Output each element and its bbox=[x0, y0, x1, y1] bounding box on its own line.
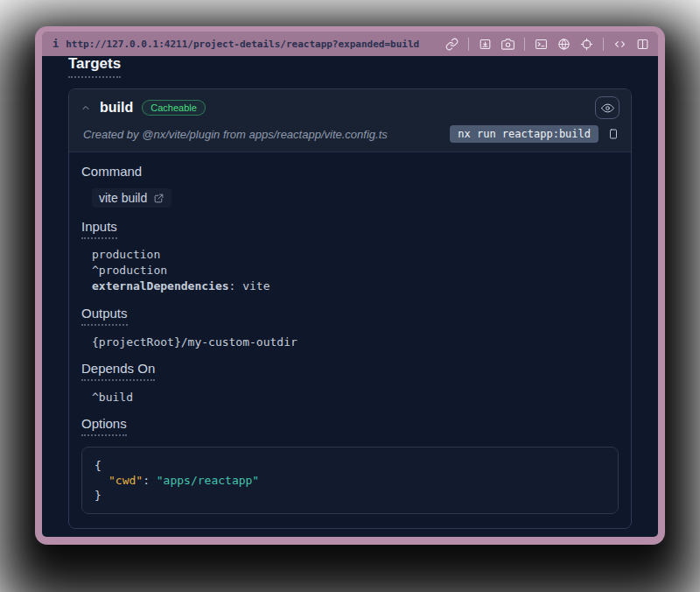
save-page-icon[interactable] bbox=[479, 38, 492, 51]
build-card-body: Command vite build Inputs production ^pr… bbox=[69, 152, 631, 528]
output-item: {projectRoot}/my-custom-outdir bbox=[92, 335, 619, 349]
input-item-external-deps: externalDependencies: vite bbox=[92, 278, 619, 294]
browser-window: i http://127.0.0.1:4211/project-details/… bbox=[35, 26, 665, 545]
options-json-block: { "cwd": "apps/reactapp" } bbox=[81, 447, 619, 514]
external-link-icon bbox=[153, 193, 164, 204]
copy-link-icon[interactable] bbox=[445, 38, 458, 51]
created-by-text: Created by @nx/vite/plugin from apps/rea… bbox=[83, 128, 441, 141]
split-view-icon[interactable] bbox=[636, 38, 649, 51]
view-source-icon[interactable] bbox=[613, 38, 626, 51]
terminal-icon[interactable] bbox=[535, 38, 548, 51]
options-section-label[interactable]: Options bbox=[81, 417, 127, 436]
json-line: { bbox=[94, 458, 606, 473]
toolbar-actions bbox=[445, 38, 649, 51]
command-value[interactable]: vite build bbox=[92, 188, 172, 208]
run-command-chip: nx run reactapp:build bbox=[450, 125, 598, 143]
toolbar-separator bbox=[468, 38, 469, 51]
toolbar-separator bbox=[603, 38, 604, 51]
screenshot-icon[interactable] bbox=[501, 38, 514, 51]
depends-on-section-label[interactable]: Depends On bbox=[81, 362, 155, 381]
build-created-row: Created by @nx/vite/plugin from apps/rea… bbox=[69, 121, 631, 152]
input-item: production bbox=[92, 247, 619, 263]
address-bar[interactable]: http://127.0.0.1:4211/project-details/re… bbox=[66, 39, 438, 50]
json-line: } bbox=[94, 488, 606, 503]
eye-icon bbox=[601, 102, 614, 115]
inspect-target-icon[interactable] bbox=[580, 38, 593, 51]
copy-icon[interactable] bbox=[607, 127, 620, 141]
info-icon[interactable]: i bbox=[52, 38, 59, 50]
input-item: ^production bbox=[92, 263, 619, 278]
page-title: Targets bbox=[68, 56, 121, 78]
depends-on-item: ^build bbox=[92, 390, 619, 405]
inputs-list: production ^production externalDependenc… bbox=[92, 247, 619, 294]
target-card-build: build Cacheable Created by @nx/vite/plug… bbox=[68, 88, 632, 529]
chevron-up-icon[interactable] bbox=[80, 102, 91, 113]
json-value: "apps/reactapp" bbox=[157, 474, 259, 487]
json-key: "cwd" bbox=[108, 474, 143, 487]
target-name-build: build bbox=[100, 100, 133, 116]
toolbar-separator bbox=[524, 38, 525, 51]
input-kv-key: externalDependencies bbox=[92, 279, 229, 292]
project-details-page: Targets build Cacheable bbox=[42, 56, 658, 537]
input-kv-value: : vite bbox=[229, 279, 270, 292]
view-target-button[interactable] bbox=[595, 96, 620, 119]
json-line: "cwd": "apps/reactapp" bbox=[94, 473, 606, 488]
browser-toolbar: i http://127.0.0.1:4211/project-details/… bbox=[42, 32, 658, 56]
outputs-section-label[interactable]: Outputs bbox=[81, 307, 128, 326]
inputs-section-label[interactable]: Inputs bbox=[81, 220, 117, 239]
cacheable-badge: Cacheable bbox=[142, 100, 206, 116]
open-in-browser-icon[interactable] bbox=[557, 38, 570, 51]
build-title-row[interactable]: build Cacheable bbox=[69, 89, 631, 121]
command-text: vite build bbox=[99, 191, 147, 205]
command-section-label: Command bbox=[81, 165, 142, 179]
build-card-header: build Cacheable Created by @nx/vite/plug… bbox=[69, 89, 631, 152]
